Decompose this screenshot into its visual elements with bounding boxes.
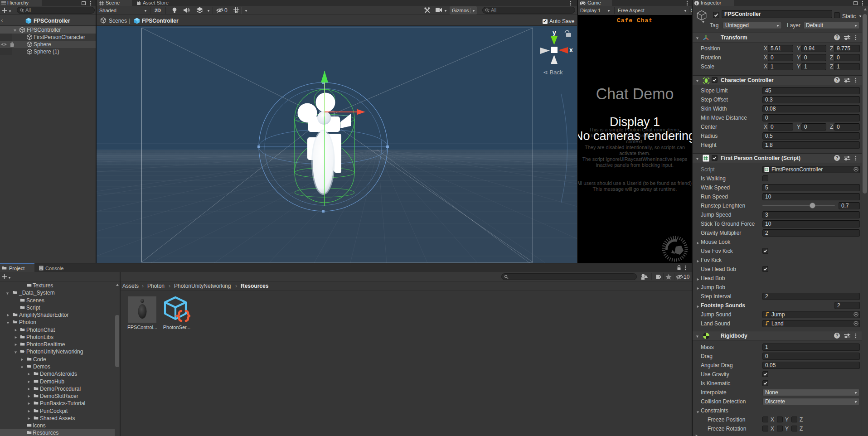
svg-text:Y: Y <box>235 10 238 14</box>
svg-text:⋖ Back: ⋖ Back <box>543 69 563 76</box>
svg-text:x: x <box>569 46 573 53</box>
svg-text:y: y <box>553 29 556 36</box>
